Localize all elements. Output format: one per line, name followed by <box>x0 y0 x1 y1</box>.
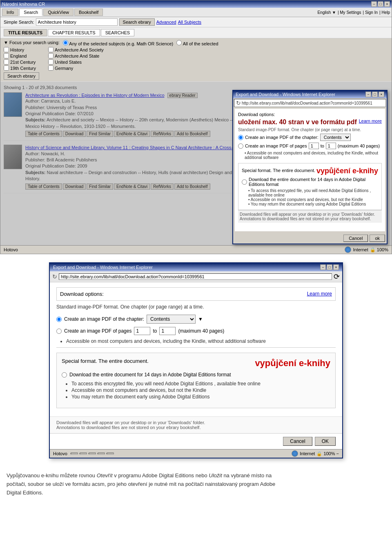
small-bullet-4: • You may return the document early usin… <box>248 202 378 206</box>
refresh-icon: ↻ <box>236 100 241 106</box>
search-ebrary-filter-button[interactable]: Search ebrary <box>4 72 39 80</box>
large-radio-pages[interactable]: Create an image PDF of pages to (maximum… <box>56 327 336 335</box>
large-popup-minimize[interactable]: − <box>320 264 326 270</box>
small-uložení-heading: uložení max. 40 stran v ve formátu pdf <box>238 119 357 126</box>
small-popup-maximize[interactable]: □ <box>372 92 378 97</box>
tab-quickview[interactable]: QuickView <box>43 9 74 16</box>
browser-window: Národní knihovna CR − □ × Info Search Qu… <box>0 0 392 254</box>
large-popup-maximize[interactable]: □ <box>327 264 332 270</box>
search-label: Simple Search: <box>4 20 34 25</box>
search-ebrary-button[interactable]: Search ebrary <box>119 18 155 26</box>
large-addr-go[interactable]: ⟳ <box>334 272 340 281</box>
large-special-section: Special format. The entire document. vyp… <box>56 353 336 408</box>
filter-option-any[interactable]: Any of the selected subjects (e.g. Math … <box>63 40 173 46</box>
bottom-text-2: v programu Adobe Digital Editions nebo <box>113 472 209 479</box>
bottom-text-1: Vypůjčovanou e-knihu můžete rovnou <box>7 472 97 479</box>
large-radio-chapter[interactable]: Create an image PDF of the chapter: Cont… <box>56 315 336 324</box>
bottom-explanation: Vypůjčovanou e-knihu můžete rovnou Otevř… <box>0 467 392 502</box>
large-standard-note: Standard image-PDF format. One chapter (… <box>56 304 336 310</box>
tab-searches[interactable]: SEARCHES <box>101 29 135 36</box>
focus-label: ▼ Focus your search using: <box>4 40 60 45</box>
small-footer-1: Downloaded files will appear on your des… <box>240 212 380 217</box>
language-selector[interactable]: English ▼ <box>317 10 336 15</box>
small-footer-2: Annotations to downloaded files are not … <box>240 217 380 221</box>
small-chapter-select[interactable]: Contents <box>320 134 351 141</box>
tab-search[interactable]: Search <box>19 9 42 16</box>
large-bullet-1: Accessible on most computers and devices… <box>66 338 336 344</box>
filter-19th[interactable]: 19th Century <box>4 65 36 71</box>
large-radio-chapter-input[interactable] <box>56 317 62 322</box>
large-ok-button[interactable]: OK <box>315 437 336 446</box>
maximize-button[interactable]: □ <box>378 1 383 7</box>
large-status-bar: Hotovo Internet 🔒 100% − <box>50 449 342 458</box>
filter-england[interactable]: England <box>4 53 36 58</box>
sign-in-link[interactable]: | Sign In <box>363 10 378 15</box>
large-status-internet: Internet <box>300 451 315 456</box>
small-pages-to[interactable] <box>326 143 336 149</box>
small-popup-footer: Downloaded files will appear on your des… <box>238 210 382 223</box>
small-ok-button[interactable]: ok <box>370 235 385 242</box>
browser-controls: − □ × <box>371 1 390 7</box>
filter-arch-society[interactable]: Architecture And Society <box>48 47 104 52</box>
large-radio-adobe[interactable]: Download the entire document for 14 days… <box>62 372 330 378</box>
small-popup-actions: Cancel ok <box>233 233 387 244</box>
large-vypujceni: vypůjčení e-knihy <box>255 358 330 369</box>
small-radio-adobe[interactable]: Download the entire document for 14 days… <box>242 177 378 187</box>
large-radio-pages-label: Create an image PDF of pages <box>64 328 131 334</box>
small-status-internet: Internet <box>353 247 368 252</box>
large-popup-close[interactable]: × <box>333 264 339 270</box>
filter-21st[interactable]: 21st Century <box>4 59 36 65</box>
filter-history[interactable]: History <box>4 47 36 52</box>
tab-chapter-results[interactable]: CHAPTER RESULTS <box>48 29 100 36</box>
filter-option-all[interactable]: All of the selected <box>176 40 218 46</box>
close-button[interactable]: × <box>384 1 390 7</box>
filter-arch-state[interactable]: Architecture And State <box>48 53 104 58</box>
small-popup-controls: − □ × <box>365 92 384 97</box>
small-status-zoom: 🔒 100% <box>370 247 388 253</box>
large-popup-title-bar: Export and Download - Windows Internet E… <box>50 263 342 271</box>
small-status-right: Internet 🔒 100% <box>345 246 388 253</box>
large-globe-icon <box>292 450 298 457</box>
large-popup-url[interactable]: http://site.ebrary.com/lib/natl/docDownl… <box>59 273 332 280</box>
large-chapter-select[interactable]: Contents <box>147 315 196 324</box>
small-download-popup: Export and Download - Windows Internet E… <box>232 90 388 244</box>
small-bullet-1: • Accessible on most computers and devic… <box>245 151 382 160</box>
small-popup-address-bar[interactable]: ↻ http://site.ebrary.com/lib/natl/docDow… <box>234 99 386 107</box>
tab-info[interactable]: Info <box>2 9 18 16</box>
large-pages-from[interactable] <box>134 327 150 335</box>
bottom-text-3: na vybrané místo na <box>222 472 272 479</box>
small-popup-close[interactable]: × <box>379 92 384 97</box>
small-radio-chapter[interactable]: Create an image PDF of the chapter: Cont… <box>238 134 382 141</box>
small-bullet-2: • To access this encrypted file, you wil… <box>248 188 378 197</box>
large-pages-to[interactable] <box>159 327 176 335</box>
large-popup-body: Download options: Learn more Standard im… <box>50 282 342 413</box>
large-cancel-button[interactable]: Cancel <box>283 437 312 446</box>
tab-bookshelf[interactable]: Bookshelf <box>74 9 103 16</box>
small-popup-minimize[interactable]: − <box>365 92 371 97</box>
large-bullet-list-2: To access this encrypted file, you will … <box>71 381 330 400</box>
large-learn-more[interactable]: Learn more <box>307 291 332 297</box>
filter-col-1: History England 21st Century 19th Centur… <box>4 47 36 71</box>
filter-germany[interactable]: Germany <box>48 65 104 71</box>
bottom-text-4: počítači, soubor se uloží ve formátu acs… <box>7 481 275 487</box>
tab-title-results[interactable]: TITLE RESULTS <box>4 29 47 36</box>
large-download-popup: Export and Download - Windows Internet E… <box>49 262 343 458</box>
all-subjects-button[interactable]: All Subjects <box>178 20 201 25</box>
large-radio-adobe-input[interactable] <box>62 372 67 378</box>
large-download-options-label: Download options: <box>60 291 104 297</box>
help-link[interactable]: | Help <box>379 10 390 15</box>
large-radio-pages-input[interactable] <box>56 329 62 334</box>
advanced-button[interactable]: Advanced <box>156 20 176 25</box>
small-cancel-button[interactable]: Cancel <box>343 235 368 242</box>
filter-united-states[interactable]: United States <box>48 59 104 65</box>
small-learn-more[interactable]: Learn more <box>359 119 382 123</box>
bottom-italic-2: Uložit <box>209 472 222 479</box>
search-input[interactable] <box>36 18 118 26</box>
small-radio-pages[interactable]: Create an image PDF of pages to (maximum… <box>238 143 382 149</box>
bottom-text-5: Digital Editions. <box>7 490 43 496</box>
minimize-button[interactable]: − <box>371 1 377 7</box>
small-pages-from[interactable] <box>309 143 319 149</box>
small-popup-url: http://site.ebrary.com/lib/natl/docDownl… <box>242 101 372 105</box>
my-settings-link[interactable]: | My Settings <box>338 10 361 15</box>
top-right-links: English ▼ | My Settings | Sign In | Help <box>317 10 390 15</box>
